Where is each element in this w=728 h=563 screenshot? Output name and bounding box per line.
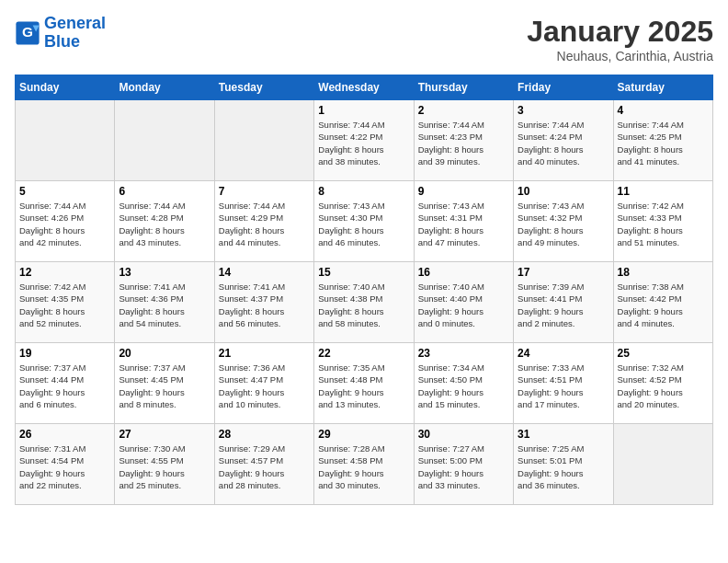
calendar-day-11: 11Sunrise: 7:42 AM Sunset: 4:33 PM Dayli… <box>613 181 712 262</box>
calendar-day-29: 29Sunrise: 7:28 AM Sunset: 4:58 PM Dayli… <box>314 424 414 505</box>
day-number: 29 <box>318 428 409 441</box>
day-number: 26 <box>19 428 110 441</box>
day-number: 13 <box>119 266 210 279</box>
day-number: 11 <box>618 185 709 198</box>
day-info: Sunrise: 7:35 AM Sunset: 4:48 PM Dayligh… <box>318 362 409 410</box>
location: Neuhaus, Carinthia, Austria <box>527 49 713 63</box>
day-number: 7 <box>219 185 310 198</box>
calendar-day-15: 15Sunrise: 7:40 AM Sunset: 4:38 PM Dayli… <box>314 262 414 343</box>
day-header-wednesday: Wednesday <box>314 75 414 100</box>
calendar-day-4: 4Sunrise: 7:44 AM Sunset: 4:25 PM Daylig… <box>613 100 712 181</box>
day-number: 16 <box>418 266 509 279</box>
day-number: 14 <box>219 266 310 279</box>
day-number: 4 <box>618 104 709 117</box>
calendar-day-9: 9Sunrise: 7:43 AM Sunset: 4:31 PM Daylig… <box>414 181 513 262</box>
calendar-day-7: 7Sunrise: 7:44 AM Sunset: 4:29 PM Daylig… <box>214 181 313 262</box>
day-number: 3 <box>518 104 609 117</box>
calendar-day-10: 10Sunrise: 7:43 AM Sunset: 4:32 PM Dayli… <box>514 181 613 262</box>
calendar-day-13: 13Sunrise: 7:41 AM Sunset: 4:36 PM Dayli… <box>115 262 214 343</box>
calendar-day-22: 22Sunrise: 7:35 AM Sunset: 4:48 PM Dayli… <box>314 343 414 424</box>
logo-text: General Blue <box>44 15 106 52</box>
calendar-day-17: 17Sunrise: 7:39 AM Sunset: 4:41 PM Dayli… <box>514 262 613 343</box>
calendar-body: 1Sunrise: 7:44 AM Sunset: 4:22 PM Daylig… <box>16 100 713 505</box>
empty-cell <box>613 424 712 505</box>
day-number: 24 <box>518 347 609 360</box>
day-info: Sunrise: 7:32 AM Sunset: 4:52 PM Dayligh… <box>618 362 709 410</box>
calendar-day-27: 27Sunrise: 7:30 AM Sunset: 4:55 PM Dayli… <box>115 424 214 505</box>
calendar-week-2: 5Sunrise: 7:44 AM Sunset: 4:26 PM Daylig… <box>16 181 713 262</box>
day-header-monday: Monday <box>115 75 214 100</box>
day-info: Sunrise: 7:44 AM Sunset: 4:22 PM Dayligh… <box>318 119 409 167</box>
day-info: Sunrise: 7:44 AM Sunset: 4:28 PM Dayligh… <box>119 200 210 248</box>
calendar-day-16: 16Sunrise: 7:40 AM Sunset: 4:40 PM Dayli… <box>414 262 513 343</box>
day-info: Sunrise: 7:43 AM Sunset: 4:32 PM Dayligh… <box>518 200 609 248</box>
calendar-day-12: 12Sunrise: 7:42 AM Sunset: 4:35 PM Dayli… <box>16 262 115 343</box>
calendar-week-1: 1Sunrise: 7:44 AM Sunset: 4:22 PM Daylig… <box>16 100 713 181</box>
day-number: 30 <box>418 428 509 441</box>
day-info: Sunrise: 7:44 AM Sunset: 4:26 PM Dayligh… <box>19 200 110 248</box>
day-header-sunday: Sunday <box>16 75 115 100</box>
day-info: Sunrise: 7:39 AM Sunset: 4:41 PM Dayligh… <box>518 281 609 329</box>
calendar-day-24: 24Sunrise: 7:33 AM Sunset: 4:51 PM Dayli… <box>514 343 613 424</box>
day-info: Sunrise: 7:44 AM Sunset: 4:25 PM Dayligh… <box>618 119 709 167</box>
day-info: Sunrise: 7:27 AM Sunset: 5:00 PM Dayligh… <box>418 442 509 491</box>
logo: G General Blue <box>15 15 106 52</box>
calendar-day-14: 14Sunrise: 7:41 AM Sunset: 4:37 PM Dayli… <box>214 262 313 343</box>
day-header-saturday: Saturday <box>613 75 712 100</box>
day-info: Sunrise: 7:36 AM Sunset: 4:47 PM Dayligh… <box>219 362 310 410</box>
day-info: Sunrise: 7:44 AM Sunset: 4:23 PM Dayligh… <box>418 119 509 167</box>
day-info: Sunrise: 7:33 AM Sunset: 4:51 PM Dayligh… <box>518 362 609 410</box>
day-info: Sunrise: 7:29 AM Sunset: 4:57 PM Dayligh… <box>219 442 310 491</box>
calendar-day-23: 23Sunrise: 7:34 AM Sunset: 4:50 PM Dayli… <box>414 343 513 424</box>
day-number: 20 <box>119 347 210 360</box>
calendar-day-19: 19Sunrise: 7:37 AM Sunset: 4:44 PM Dayli… <box>16 343 115 424</box>
day-number: 5 <box>19 185 110 198</box>
day-header-thursday: Thursday <box>414 75 513 100</box>
day-info: Sunrise: 7:28 AM Sunset: 4:58 PM Dayligh… <box>318 442 409 491</box>
calendar-day-31: 31Sunrise: 7:25 AM Sunset: 5:01 PM Dayli… <box>514 424 613 505</box>
day-number: 2 <box>418 104 509 117</box>
logo-icon: G <box>15 20 40 46</box>
day-number: 6 <box>119 185 210 198</box>
day-number: 9 <box>418 185 509 198</box>
day-info: Sunrise: 7:37 AM Sunset: 4:44 PM Dayligh… <box>19 362 110 410</box>
calendar-day-6: 6Sunrise: 7:44 AM Sunset: 4:28 PM Daylig… <box>115 181 214 262</box>
calendar-day-21: 21Sunrise: 7:36 AM Sunset: 4:47 PM Dayli… <box>214 343 313 424</box>
day-info: Sunrise: 7:31 AM Sunset: 4:54 PM Dayligh… <box>19 442 110 491</box>
day-info: Sunrise: 7:41 AM Sunset: 4:36 PM Dayligh… <box>119 281 210 329</box>
empty-cell <box>214 100 313 181</box>
day-info: Sunrise: 7:38 AM Sunset: 4:42 PM Dayligh… <box>618 281 709 329</box>
calendar-day-18: 18Sunrise: 7:38 AM Sunset: 4:42 PM Dayli… <box>613 262 712 343</box>
day-info: Sunrise: 7:42 AM Sunset: 4:33 PM Dayligh… <box>618 200 709 248</box>
day-info: Sunrise: 7:40 AM Sunset: 4:40 PM Dayligh… <box>418 281 509 329</box>
calendar-week-5: 26Sunrise: 7:31 AM Sunset: 4:54 PM Dayli… <box>16 424 713 505</box>
calendar-day-25: 25Sunrise: 7:32 AM Sunset: 4:52 PM Dayli… <box>613 343 712 424</box>
empty-cell <box>16 100 115 181</box>
calendar-day-8: 8Sunrise: 7:43 AM Sunset: 4:30 PM Daylig… <box>314 181 414 262</box>
day-number: 31 <box>518 428 609 441</box>
day-number: 28 <box>219 428 310 441</box>
day-number: 12 <box>19 266 110 279</box>
calendar-week-4: 19Sunrise: 7:37 AM Sunset: 4:44 PM Dayli… <box>16 343 713 424</box>
calendar-day-5: 5Sunrise: 7:44 AM Sunset: 4:26 PM Daylig… <box>16 181 115 262</box>
calendar-day-30: 30Sunrise: 7:27 AM Sunset: 5:00 PM Dayli… <box>414 424 513 505</box>
day-info: Sunrise: 7:43 AM Sunset: 4:30 PM Dayligh… <box>318 200 409 248</box>
day-info: Sunrise: 7:37 AM Sunset: 4:45 PM Dayligh… <box>119 362 210 410</box>
day-header-tuesday: Tuesday <box>214 75 313 100</box>
svg-text:G: G <box>22 24 33 40</box>
empty-cell <box>115 100 214 181</box>
day-info: Sunrise: 7:43 AM Sunset: 4:31 PM Dayligh… <box>418 200 509 248</box>
day-number: 1 <box>318 104 409 117</box>
day-header-friday: Friday <box>514 75 613 100</box>
day-number: 23 <box>418 347 509 360</box>
day-info: Sunrise: 7:34 AM Sunset: 4:50 PM Dayligh… <box>418 362 509 410</box>
day-info: Sunrise: 7:25 AM Sunset: 5:01 PM Dayligh… <box>518 442 609 491</box>
calendar-day-1: 1Sunrise: 7:44 AM Sunset: 4:22 PM Daylig… <box>314 100 414 181</box>
calendar-week-3: 12Sunrise: 7:42 AM Sunset: 4:35 PM Dayli… <box>16 262 713 343</box>
day-number: 15 <box>318 266 409 279</box>
day-info: Sunrise: 7:44 AM Sunset: 4:24 PM Dayligh… <box>518 119 609 167</box>
day-info: Sunrise: 7:42 AM Sunset: 4:35 PM Dayligh… <box>19 281 110 329</box>
day-number: 10 <box>518 185 609 198</box>
day-number: 22 <box>318 347 409 360</box>
day-number: 27 <box>119 428 210 441</box>
